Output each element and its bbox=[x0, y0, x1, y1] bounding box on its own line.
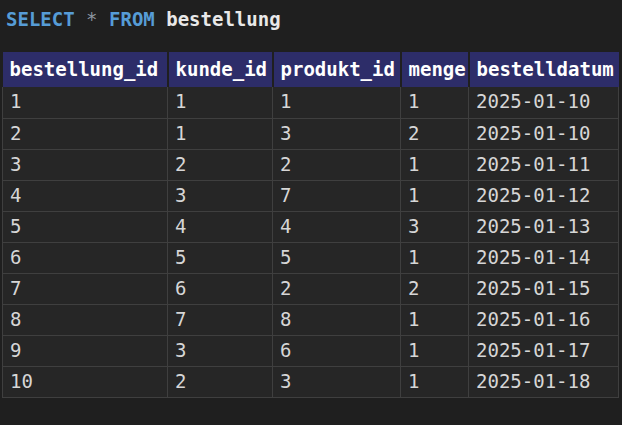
table-cell: 8 bbox=[273, 304, 401, 335]
table-cell: 2 bbox=[401, 273, 469, 304]
table-cell: 4 bbox=[3, 180, 168, 211]
table-row: 65512025-01-14 bbox=[3, 242, 619, 273]
table-cell: 3 bbox=[401, 211, 469, 242]
column-header-menge: menge bbox=[401, 52, 469, 87]
table-cell: 2025-01-10 bbox=[469, 87, 619, 118]
table-cell: 1 bbox=[168, 118, 273, 149]
table-cell: 2025-01-16 bbox=[469, 304, 619, 335]
table-cell: 1 bbox=[401, 335, 469, 366]
table-row: 93612025-01-17 bbox=[3, 335, 619, 366]
table-body: 11112025-01-1021322025-01-1032212025-01-… bbox=[3, 87, 619, 397]
table-cell: 4 bbox=[168, 211, 273, 242]
table-cell: 3 bbox=[168, 335, 273, 366]
table-cell: 2 bbox=[168, 366, 273, 397]
table-cell: 6 bbox=[3, 242, 168, 273]
table-cell: 3 bbox=[168, 180, 273, 211]
column-header-bestelldatum: bestelldatum bbox=[469, 52, 619, 87]
table-cell: 1 bbox=[401, 366, 469, 397]
table-cell: 1 bbox=[401, 304, 469, 335]
table-row: 76222025-01-15 bbox=[3, 273, 619, 304]
table-cell: 2025-01-12 bbox=[469, 180, 619, 211]
table-cell: 1 bbox=[401, 242, 469, 273]
table-cell: 2025-01-13 bbox=[469, 211, 619, 242]
table-cell: 2 bbox=[401, 118, 469, 149]
table-row: 102312025-01-18 bbox=[3, 366, 619, 397]
table-cell: 9 bbox=[3, 335, 168, 366]
table-cell: 1 bbox=[273, 87, 401, 118]
table-cell: 6 bbox=[168, 273, 273, 304]
table-cell: 1 bbox=[3, 87, 168, 118]
table-header: bestellung_id kunde_id produkt_id menge … bbox=[3, 52, 619, 87]
table-cell: 1 bbox=[401, 180, 469, 211]
table-row: 87812025-01-16 bbox=[3, 304, 619, 335]
table-cell: 2 bbox=[273, 273, 401, 304]
table-cell: 7 bbox=[3, 273, 168, 304]
table-cell: 6 bbox=[273, 335, 401, 366]
table-row: 21322025-01-10 bbox=[3, 118, 619, 149]
table-cell: 2 bbox=[273, 149, 401, 180]
table-cell: 8 bbox=[3, 304, 168, 335]
table-cell: 2025-01-18 bbox=[469, 366, 619, 397]
table-row: 54432025-01-13 bbox=[3, 211, 619, 242]
table-cell: 2025-01-11 bbox=[469, 149, 619, 180]
table-cell: 2 bbox=[3, 118, 168, 149]
column-header-bestellung-id: bestellung_id bbox=[3, 52, 168, 87]
table-row: 43712025-01-12 bbox=[3, 180, 619, 211]
table-cell: 2025-01-14 bbox=[469, 242, 619, 273]
table-cell: 2025-01-10 bbox=[469, 118, 619, 149]
table-header-row: bestellung_id kunde_id produkt_id menge … bbox=[3, 52, 619, 87]
table-cell: 3 bbox=[273, 118, 401, 149]
table-cell: 4 bbox=[273, 211, 401, 242]
sql-query: SELECT * FROM bestellung bbox=[0, 0, 622, 31]
column-header-kunde-id: kunde_id bbox=[168, 52, 273, 87]
table-cell: 1 bbox=[168, 87, 273, 118]
sql-keyword-from: FROM bbox=[109, 8, 155, 30]
table-cell: 7 bbox=[273, 180, 401, 211]
sql-star-operator: * bbox=[86, 8, 97, 30]
table-cell: 7 bbox=[168, 304, 273, 335]
table-cell: 1 bbox=[401, 87, 469, 118]
table-cell: 5 bbox=[3, 211, 168, 242]
table-cell: 3 bbox=[3, 149, 168, 180]
table-cell: 1 bbox=[401, 149, 469, 180]
table-row: 11112025-01-10 bbox=[3, 87, 619, 118]
table-cell: 2025-01-15 bbox=[469, 273, 619, 304]
sql-table-name: bestellung bbox=[166, 8, 280, 30]
query-result-table: bestellung_id kunde_id produkt_id menge … bbox=[2, 52, 619, 398]
table-cell: 10 bbox=[3, 366, 168, 397]
table-cell: 2 bbox=[168, 149, 273, 180]
table-cell: 5 bbox=[168, 242, 273, 273]
sql-keyword-select: SELECT bbox=[6, 8, 75, 30]
table-cell: 3 bbox=[273, 366, 401, 397]
table-cell: 5 bbox=[273, 242, 401, 273]
table-cell: 2025-01-17 bbox=[469, 335, 619, 366]
table-row: 32212025-01-11 bbox=[3, 149, 619, 180]
column-header-produkt-id: produkt_id bbox=[273, 52, 401, 87]
